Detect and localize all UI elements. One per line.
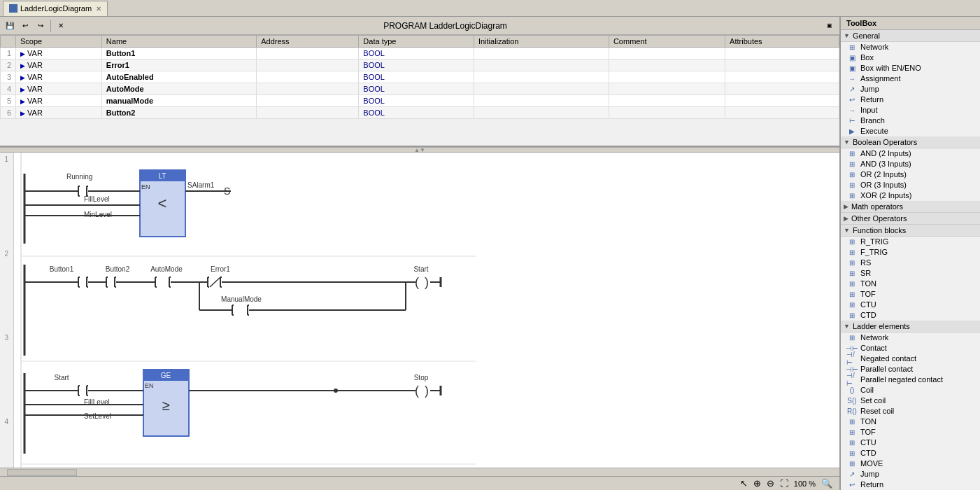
row-name: AutoMode (101, 83, 256, 95)
contact-button2-label: Button2 (105, 265, 129, 273)
toolbox-item-parallel-contact[interactable]: ⊣⊢Parallel contact (841, 364, 980, 374)
tab-close-btn[interactable]: ✕ (96, 5, 101, 13)
scope-arrow: ▶ (20, 98, 25, 105)
toolbox-item-parallel-negated-contact[interactable]: ⊣/⊢Parallel negated contact (841, 374, 980, 385)
toolbox-item-assignment[interactable]: →Assignment (841, 74, 980, 84)
undo-button[interactable]: ↩ (18, 19, 32, 33)
fb-icon: ⊞ (846, 438, 858, 447)
row-name: AutoEnabled (101, 71, 256, 83)
toolbox-item-network[interactable]: ⊞Network (841, 332, 980, 343)
zoom-out-icon[interactable]: ⊖ (767, 478, 774, 489)
toolbox-item-ton[interactable]: ⊞TON (841, 279, 980, 289)
toolbox-item-tof[interactable]: ⊞TOF (841, 427, 980, 438)
coil-start-label: Start (413, 265, 428, 273)
horizontal-scrollbar[interactable] (0, 468, 839, 476)
row-scope: ▶ VAR (16, 83, 102, 95)
toolbox-item-reset-coil[interactable]: R()Reset coil (841, 406, 980, 416)
row-address (257, 107, 359, 119)
section-header-4[interactable]: ▼Function blocks (841, 225, 980, 237)
item-label: OR (3 Inputs) (860, 181, 907, 189)
toolbox-item-tof[interactable]: ⊞TOF (841, 289, 980, 300)
table-row[interactable]: 1 ▶ VAR Button1 BOOL (1, 48, 839, 59)
toolbox-item-coil[interactable]: ()Coil (841, 385, 980, 396)
resize-handle[interactable]: ▲▼ (0, 147, 839, 153)
save-button[interactable]: 💾 (3, 19, 17, 33)
toolbox-item-network[interactable]: ⊞Network (841, 42, 980, 52)
toolbox-item-ctu[interactable]: ⊞CTU (841, 438, 980, 448)
redo-button[interactable]: ↪ (34, 19, 48, 33)
item-label: AND (3 Inputs) (860, 160, 911, 168)
section-header-0[interactable]: ▼General (841, 30, 980, 42)
toolbox-item-set-coil[interactable]: S()Set coil (841, 396, 980, 406)
toolbox-item-branch[interactable]: ⊢Branch (841, 115, 980, 126)
toolbar-sep (50, 20, 51, 32)
section-header-5[interactable]: ▼Ladder elements (841, 321, 980, 332)
item-label: CTU (860, 438, 876, 447)
toolbox-item-f_trig[interactable]: ⊞F_TRIG (841, 247, 980, 258)
toolbox-item-ctu[interactable]: ⊞CTU (841, 300, 980, 310)
row-name: Button1 (101, 48, 256, 59)
table-row[interactable]: 4 ▶ VAR AutoMode BOOL (1, 83, 839, 95)
contact-automode-label: AutoMode (150, 265, 183, 273)
section-header-2[interactable]: ▶Math operators (841, 201, 980, 213)
toolbox-item-ctd[interactable]: ⊞CTD (841, 448, 980, 458)
toolbox-item-negated-contact[interactable]: ⊣/⊢Negated contact (841, 354, 980, 364)
fb-icon: ⊞ (846, 258, 858, 267)
toolbox-item-xor-(2-inputs)[interactable]: ⊞XOR (2 Inputs) (841, 190, 980, 201)
toolbox-item-or-(2-inputs)[interactable]: ⊞OR (2 Inputs) (841, 169, 980, 180)
toolbox-item-jump[interactable]: ↗Jump (841, 469, 980, 479)
section-arrow-5: ▼ (844, 323, 850, 330)
toolbox-item-contact[interactable]: ⊣⊢Contact (841, 343, 980, 354)
fit-icon[interactable]: ⛶ (780, 479, 788, 489)
table-row[interactable]: 5 ▶ VAR manualMode BOOL (1, 95, 839, 107)
toolbox-item-ctd[interactable]: ⊞CTD (841, 310, 980, 321)
toolbox-item-jump[interactable]: ↗Jump (841, 84, 980, 94)
row-num: 1 (1, 48, 16, 59)
row-comment (609, 48, 725, 59)
toolbox-item-return[interactable]: ↩Return (841, 94, 980, 105)
row-scope: ▶ VAR (16, 48, 102, 59)
toolbox-item-input[interactable]: →Input (841, 105, 980, 115)
variable-table: Scope Name Address Data type Initializat… (0, 35, 839, 119)
jump-icon: ↗ (846, 85, 858, 93)
toolbox-item-and-(2-inputs)[interactable]: ⊞AND (2 Inputs) (841, 148, 980, 159)
h-scrollbar-thumb[interactable] (7, 469, 77, 476)
expand-button[interactable]: ▣ (823, 19, 837, 33)
table-row[interactable]: 3 ▶ VAR AutoEnabled BOOL (1, 71, 839, 83)
toolbox-item-r_trig[interactable]: ⊞R_TRIG (841, 237, 980, 247)
toolbox-item-return[interactable]: ↩Return (841, 479, 980, 490)
row-num: 2 (1, 59, 16, 71)
toolbox-item-ton[interactable]: ⊞TON (841, 416, 980, 427)
toolbox-item-box[interactable]: ▣Box (841, 52, 980, 63)
status-bar: ↖ ⊕ ⊖ ⛶ 100 % 🔍 (0, 476, 839, 490)
coil-start-right: ) (425, 275, 429, 289)
section-arrow-3: ▶ (844, 215, 848, 222)
toolbox-item-move[interactable]: ⊞MOVE (841, 458, 980, 469)
toolbox-item-rs[interactable]: ⊞RS (841, 258, 980, 268)
zoom-in-icon[interactable]: ⊕ (753, 478, 761, 489)
item-label: Network (860, 333, 888, 342)
toolbox-item-sr[interactable]: ⊞SR (841, 268, 980, 279)
output-alarm1-s: S (224, 186, 230, 197)
line-4: 4 (0, 415, 13, 468)
toolbox-item-execute[interactable]: ▶Execute (841, 126, 980, 136)
table-row[interactable]: 6 ▶ VAR Button2 BOOL (1, 107, 839, 119)
negated-contact-icon: ⊣/⊢ (846, 354, 858, 363)
row-attrs (725, 83, 839, 95)
table-row[interactable]: 2 ▶ VAR Error1 BOOL (1, 59, 839, 71)
row-attrs (725, 95, 839, 107)
row-comment (609, 71, 725, 83)
diagram-tab[interactable]: LadderLogicDiagram ✕ (3, 1, 108, 16)
section-header-3[interactable]: ▶Other Operators (841, 213, 980, 225)
item-label: TON (860, 417, 876, 426)
toolbox-item-box-with-en/eno[interactable]: ▣Box with EN/ENO (841, 63, 980, 74)
diagram-area[interactable]: 1 2 3 4 Runni (0, 153, 839, 468)
row-scope: ▶ VAR (16, 71, 102, 83)
toolbox-item-or-(3-inputs)[interactable]: ⊞OR (3 Inputs) (841, 180, 980, 190)
cursor-icon[interactable]: ↖ (740, 478, 748, 489)
toolbox-item-and-(3-inputs)[interactable]: ⊞AND (3 Inputs) (841, 159, 980, 169)
section-header-1[interactable]: ▼Boolean Operators (841, 136, 980, 148)
magnifier-icon[interactable]: 🔍 (821, 478, 832, 489)
svg-container: Running LT < (14, 153, 839, 468)
close-button[interactable]: ✕ (54, 19, 68, 33)
